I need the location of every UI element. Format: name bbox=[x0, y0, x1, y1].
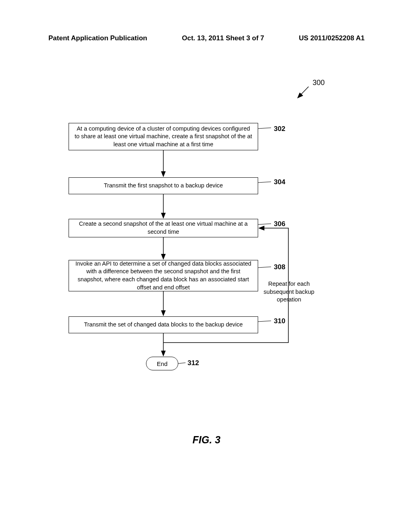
flowchart-step-308: Invoke an API to determine a set of chan… bbox=[69, 260, 258, 291]
flowchart-end: End bbox=[146, 357, 178, 370]
svg-line-9 bbox=[258, 224, 271, 224]
step-306-text: Create a second snapshot of the at least… bbox=[74, 220, 253, 236]
diagram-ref-number: 300 bbox=[313, 79, 325, 87]
flowchart-diagram: 300 At a computing device of a cluster o… bbox=[0, 83, 413, 385]
flowchart-step-310: Transmit the set of changed data blocks … bbox=[69, 316, 258, 333]
header-publication-type: Patent Application Publication bbox=[48, 34, 147, 42]
step-304-label: 304 bbox=[274, 178, 285, 186]
repeat-loop-label: Repeat for each subsequent backup operat… bbox=[262, 280, 316, 304]
step-310-label: 310 bbox=[274, 317, 285, 325]
svg-line-10 bbox=[258, 267, 271, 268]
step-310-text: Transmit the set of changed data blocks … bbox=[84, 321, 243, 329]
step-302-label: 302 bbox=[274, 125, 285, 133]
header-publication-number: US 2011/0252208 A1 bbox=[299, 34, 365, 42]
step-306-label: 306 bbox=[274, 220, 285, 228]
step-304-text: Transmit the first snapshot to a backup … bbox=[104, 182, 223, 190]
end-text: End bbox=[157, 360, 168, 367]
header-date-sheet: Oct. 13, 2011 Sheet 3 of 7 bbox=[182, 34, 264, 42]
step-302-text: At a computing device of a cluster of co… bbox=[74, 125, 253, 149]
svg-line-12 bbox=[178, 363, 186, 364]
step-308-text: Invoke an API to determine a set of chan… bbox=[74, 260, 253, 291]
flowchart-step-302: At a computing device of a cluster of co… bbox=[69, 123, 258, 150]
svg-line-8 bbox=[258, 182, 271, 183]
end-label: 312 bbox=[188, 359, 199, 367]
step-308-label: 308 bbox=[274, 263, 285, 271]
svg-line-11 bbox=[258, 321, 271, 322]
svg-line-7 bbox=[258, 128, 271, 129]
svg-line-1 bbox=[298, 87, 309, 98]
flowchart-step-304: Transmit the first snapshot to a backup … bbox=[69, 177, 258, 194]
flowchart-step-306: Create a second snapshot of the at least… bbox=[69, 219, 258, 237]
figure-caption: FIG. 3 bbox=[0, 434, 413, 446]
page-header: Patent Application Publication Oct. 13, … bbox=[0, 34, 413, 42]
